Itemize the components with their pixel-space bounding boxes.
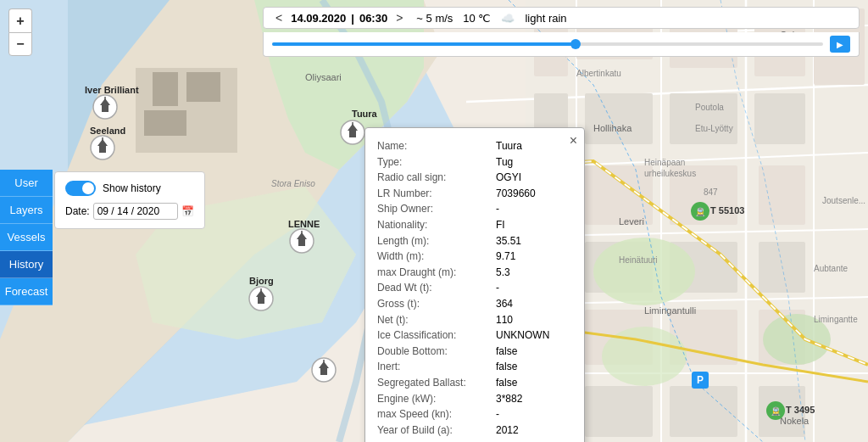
parking-icon: P — [692, 372, 709, 389]
svg-rect-23 — [670, 93, 737, 144]
time-separator: | — [351, 12, 354, 25]
popup-field-line: Gross (t):364 — [377, 296, 572, 312]
zoom-out-button[interactable]: − — [8, 32, 32, 56]
train-label-t3495: T 3495 — [786, 405, 815, 415]
svg-rect-24 — [754, 93, 805, 144]
svg-text:Heinätuuri: Heinätuuri — [619, 255, 658, 265]
svg-text:Heinäpaan: Heinäpaan — [644, 158, 685, 167]
svg-rect-39 — [670, 386, 737, 437]
svg-text:Albertinkatu: Albertinkatu — [576, 69, 621, 78]
popup-field-line: max Speed (kn):- — [377, 406, 572, 422]
show-history-label: Show history — [103, 182, 161, 194]
weather-condition: light rain — [525, 12, 566, 25]
calendar-icon[interactable]: 📅 — [181, 205, 194, 217]
show-history-toggle[interactable] — [65, 181, 96, 196]
next-date-button[interactable]: > — [392, 11, 406, 25]
svg-text:Nokela: Nokela — [780, 416, 810, 426]
sidebar-btn-layers[interactable]: Layers — [0, 197, 53, 224]
sidebar-btn-history[interactable]: History — [0, 251, 53, 278]
svg-text:Hollihaka: Hollihaka — [593, 123, 632, 133]
svg-text:Poutola: Poutola — [695, 103, 724, 112]
ship-label-iver-brilliant: Iver Brilliant — [85, 85, 139, 95]
svg-text:Oliysaari: Oliysaari — [305, 72, 342, 82]
sidebar-btn-forecast[interactable]: Forecast — [0, 278, 53, 305]
train-icon-t3495: 🚊 — [766, 401, 785, 420]
popup-field-line: Ship Owner:- — [377, 201, 572, 217]
train-label-t55103: T 55103 — [710, 205, 744, 215]
svg-text:847: 847 — [704, 187, 718, 197]
svg-text:Leveri: Leveri — [619, 216, 644, 227]
ship-label-seeland: Seeland — [90, 126, 125, 136]
weather-icon: ☁️ — [501, 12, 515, 25]
temperature: 10 ℃ — [463, 12, 491, 25]
svg-text:Limingantulli: Limingantulli — [644, 305, 696, 316]
timeline-slider[interactable] — [272, 42, 823, 46]
prev-date-button[interactable]: < — [272, 11, 286, 25]
svg-rect-2 — [153, 72, 178, 106]
sidebar-btn-user[interactable]: User — [0, 170, 53, 197]
popup-field-line: Radio call sign:OGYI — [377, 170, 572, 186]
date-label: Date: — [65, 205, 90, 217]
popup-field-line: LR Number:7039660 — [377, 186, 572, 202]
svg-point-41 — [593, 238, 695, 305]
popup-field-line: Year of Build (a):2012 — [377, 422, 572, 439]
timeline-bar: ▶ — [263, 32, 860, 57]
ship-icon-bjorg[interactable] — [248, 285, 275, 312]
date-navigation: < 14.09.2020 | 06:30 > — [272, 11, 406, 25]
ship-label-bjorg: Bjorg — [249, 276, 274, 286]
popup-field-line: Inert:false — [377, 359, 572, 375]
svg-text:Aubtante: Aubtante — [814, 264, 848, 273]
popup-field-line: Segregated Ballast:false — [377, 375, 572, 391]
ship-icon-lenne[interactable] — [288, 227, 315, 255]
weather-time: 06:30 — [359, 12, 387, 25]
wind-speed: ~ 5 m/s — [416, 12, 453, 25]
popup-field-line: Ice Classification:UNKNOWN — [377, 327, 572, 344]
show-history-row: Show history — [65, 181, 194, 196]
ship-label-tuura: Tuura — [352, 109, 377, 119]
popup-field-line: Double Bottom:false — [377, 344, 572, 360]
svg-rect-3 — [186, 72, 220, 102]
popup-field-line: Length (m):35.51 — [377, 233, 572, 249]
popup-field-line: max Draught (m):5.3 — [377, 265, 572, 281]
history-panel: Show history Date: 📅 — [54, 171, 205, 229]
svg-text:urheilukeskus: urheilukeskus — [644, 169, 696, 178]
svg-rect-38 — [585, 386, 653, 437]
svg-rect-4 — [144, 110, 186, 136]
popup-close-button[interactable]: × — [570, 133, 577, 148]
svg-text:Limingantte: Limingantte — [814, 315, 858, 324]
popup-field-line: Engine (kW):3*882 — [377, 391, 572, 407]
play-button[interactable]: ▶ — [830, 36, 850, 53]
zoom-controls: + − — [8, 8, 32, 56]
popup-field-line: Name:Tuura — [377, 138, 572, 154]
ship-icon-tuura[interactable] — [339, 119, 366, 146]
weather-date: 14.09.2020 — [291, 12, 346, 25]
ship-icon-unknown[interactable] — [310, 356, 337, 383]
date-input[interactable] — [93, 203, 178, 220]
svg-text:Stora Eniso: Stora Eniso — [271, 179, 315, 188]
popup-fields: Name:TuuraType:TugRadio call sign:OGYILR… — [377, 138, 572, 438]
popup-field-line: Type:Tug — [377, 154, 572, 171]
svg-text:Joutsenle...: Joutsenle... — [822, 196, 865, 205]
svg-rect-28 — [759, 165, 805, 225]
popup-field-line: Nationality:FI — [377, 217, 572, 233]
ship-icon-iver-brilliant[interactable] — [92, 93, 119, 120]
train-icon-t55103: 🚊 — [691, 202, 709, 221]
svg-text:Etu-Lyötty: Etu-Lyötty — [695, 124, 733, 133]
vessel-popup: × Name:TuuraType:TugRadio call sign:OGYI… — [364, 127, 585, 442]
popup-field-line: Net (t):110 — [377, 312, 572, 328]
sidebar: User Layers Vessels History Forecast — [0, 170, 53, 305]
popup-field-line: Width (m):9.71 — [377, 249, 572, 265]
svg-rect-22 — [585, 93, 653, 144]
weather-bar: < 14.09.2020 | 06:30 > ~ 5 m/s 10 ℃ ☁️ l… — [263, 7, 860, 29]
date-row: Date: 📅 — [65, 203, 194, 220]
zoom-in-button[interactable]: + — [8, 8, 32, 32]
ship-icon-seeland[interactable] — [89, 134, 116, 161]
sidebar-btn-vessels[interactable]: Vessels — [0, 224, 53, 251]
ship-label-lenne: LENNE — [288, 219, 320, 229]
popup-field-line: Dead Wt (t):- — [377, 280, 572, 296]
